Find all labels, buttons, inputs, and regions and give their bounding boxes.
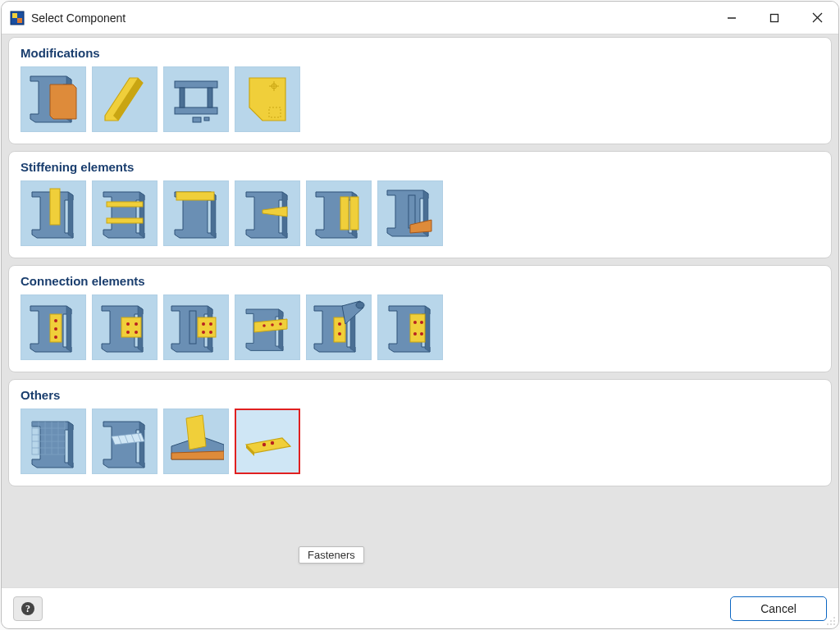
svg-marker-20 <box>249 78 285 121</box>
tiles-row <box>21 66 819 132</box>
svg-point-47 <box>209 322 212 326</box>
tiles-row <box>21 294 819 360</box>
help-button[interactable]: ? <box>13 596 43 621</box>
maximize-button[interactable] <box>753 2 796 34</box>
svg-rect-19 <box>204 117 209 121</box>
window-controls <box>710 2 838 34</box>
svg-point-86 <box>833 617 835 619</box>
others-tile-2[interactable] <box>92 409 158 474</box>
svg-marker-11 <box>50 84 76 119</box>
svg-point-39 <box>126 322 130 326</box>
maximize-icon <box>769 13 779 23</box>
resize-grip-icon[interactable] <box>824 614 836 626</box>
svg-rect-17 <box>208 88 212 107</box>
connection-tile-1[interactable] <box>21 294 86 360</box>
modification-tile-2[interactable] <box>92 66 158 132</box>
svg-rect-53 <box>334 317 345 342</box>
svg-rect-16 <box>180 88 185 107</box>
svg-point-57 <box>356 302 364 308</box>
svg-point-91 <box>833 623 835 625</box>
svg-point-52 <box>279 322 282 326</box>
svg-point-82 <box>262 443 266 446</box>
svg-point-48 <box>209 331 212 334</box>
svg-rect-58 <box>410 314 425 342</box>
others-tile-1[interactable] <box>21 409 86 474</box>
cancel-button[interactable]: Cancel <box>730 596 827 621</box>
cancel-label: Cancel <box>760 602 797 615</box>
tiles-row <box>21 180 819 246</box>
svg-rect-27 <box>107 218 143 223</box>
svg-point-40 <box>126 331 130 334</box>
svg-rect-43 <box>189 311 196 344</box>
svg-point-42 <box>135 331 138 334</box>
stiffening-tile-6[interactable] <box>377 180 443 246</box>
others-tile-fasteners[interactable] <box>235 409 300 474</box>
svg-point-50 <box>262 324 266 327</box>
svg-rect-6 <box>17 18 22 23</box>
svg-point-83 <box>271 441 274 445</box>
svg-rect-30 <box>340 197 349 230</box>
stiffening-tile-1[interactable] <box>21 180 86 246</box>
svg-marker-78 <box>171 451 224 459</box>
svg-rect-31 <box>350 197 358 230</box>
svg-rect-8 <box>771 14 778 21</box>
svg-rect-26 <box>107 202 143 207</box>
svg-rect-44 <box>198 317 216 337</box>
window-title: Select Component <box>31 11 710 25</box>
minimize-button[interactable] <box>710 2 753 34</box>
svg-point-54 <box>338 322 341 326</box>
svg-rect-32 <box>409 195 415 228</box>
content-area: Modifications Stiffening elements <box>2 34 838 587</box>
svg-point-88 <box>833 620 835 622</box>
modification-tile-1[interactable] <box>21 66 86 132</box>
stiffening-tile-4[interactable] <box>235 180 300 246</box>
category-title: Others <box>21 388 819 402</box>
svg-point-36 <box>54 327 57 331</box>
modification-tile-4[interactable] <box>235 66 300 132</box>
footer: ? Cancel <box>2 587 838 628</box>
svg-marker-80 <box>246 438 290 453</box>
svg-point-89 <box>827 623 829 625</box>
svg-point-61 <box>420 321 423 324</box>
svg-marker-79 <box>186 415 206 450</box>
svg-point-55 <box>338 332 341 336</box>
modification-tile-3[interactable] <box>163 66 229 132</box>
svg-rect-14 <box>175 81 217 88</box>
titlebar: Select Component <box>2 2 838 34</box>
svg-rect-25 <box>50 189 60 225</box>
svg-point-90 <box>830 623 832 625</box>
svg-point-87 <box>830 620 832 622</box>
svg-rect-38 <box>121 317 141 337</box>
svg-point-46 <box>202 331 205 334</box>
connection-tile-6[interactable] <box>377 294 443 360</box>
svg-point-59 <box>413 321 417 324</box>
svg-rect-15 <box>175 107 217 114</box>
stiffening-tile-2[interactable] <box>92 180 158 246</box>
stiffening-tile-3[interactable] <box>163 180 229 246</box>
category-stiffening: Stiffening elements <box>8 151 832 258</box>
svg-point-62 <box>420 332 423 336</box>
minimize-icon <box>727 13 737 23</box>
category-title: Modifications <box>21 46 819 60</box>
svg-point-41 <box>135 322 138 326</box>
svg-point-45 <box>202 322 205 326</box>
svg-point-37 <box>54 336 57 339</box>
connection-tile-2[interactable] <box>92 294 158 360</box>
svg-rect-18 <box>193 117 201 122</box>
svg-rect-5 <box>12 13 17 18</box>
close-icon <box>812 12 823 23</box>
connection-tile-5[interactable] <box>306 294 372 360</box>
svg-point-60 <box>413 332 417 336</box>
stiffening-tile-5[interactable] <box>306 180 372 246</box>
app-icon <box>10 11 25 25</box>
svg-rect-28 <box>176 192 214 200</box>
close-button[interactable] <box>796 2 838 34</box>
svg-point-51 <box>271 323 274 326</box>
category-title: Connection elements <box>21 274 819 288</box>
category-connection: Connection elements <box>8 265 832 372</box>
svg-text:?: ? <box>25 603 30 614</box>
svg-point-35 <box>54 319 57 322</box>
connection-tile-4[interactable] <box>235 294 300 360</box>
connection-tile-3[interactable] <box>163 294 229 360</box>
others-tile-3[interactable] <box>163 409 229 474</box>
